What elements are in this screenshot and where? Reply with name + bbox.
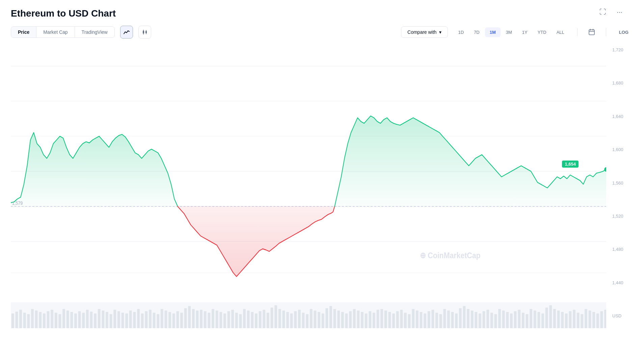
time-btn-ytd[interactable]: YTD <box>533 27 551 37</box>
svg-rect-160 <box>565 313 568 328</box>
svg-rect-87 <box>278 309 281 328</box>
svg-rect-67 <box>200 310 203 328</box>
compare-with-button[interactable]: Compare with ▾ <box>401 26 448 38</box>
svg-rect-40 <box>94 313 97 328</box>
svg-rect-37 <box>82 313 85 328</box>
svg-rect-60 <box>172 313 175 328</box>
svg-rect-108 <box>361 312 364 328</box>
fullscreen-button[interactable]: ⛶ <box>599 8 606 16</box>
svg-rect-71 <box>216 311 218 328</box>
svg-rect-45 <box>113 310 116 328</box>
chevron-down-icon: ▾ <box>439 29 441 35</box>
time-btn-3m[interactable]: 3M <box>501 27 517 37</box>
svg-rect-100 <box>329 306 332 329</box>
svg-rect-33 <box>66 311 69 328</box>
svg-rect-114 <box>384 311 387 328</box>
time-btn-1y[interactable]: 1Y <box>517 27 532 37</box>
y-label-1600: 1,600 <box>610 147 633 152</box>
svg-rect-27 <box>43 313 46 328</box>
svg-rect-120 <box>408 314 411 329</box>
svg-rect-128 <box>439 314 442 329</box>
svg-rect-85 <box>271 308 273 328</box>
watermark-text: ⊕ CoinMarketCap <box>420 250 481 260</box>
log-button[interactable]: LOG <box>614 27 633 37</box>
svg-rect-138 <box>479 313 481 328</box>
x-label-mar: Mar <box>567 331 574 332</box>
svg-rect-91 <box>294 311 297 328</box>
svg-rect-137 <box>475 312 477 328</box>
x-label-13: 13 <box>233 331 238 332</box>
svg-rect-53 <box>145 311 147 328</box>
compare-with-label: Compare with <box>407 29 436 35</box>
svg-rect-115 <box>388 312 391 328</box>
time-btn-1m[interactable]: 1M <box>485 27 501 37</box>
svg-rect-86 <box>274 305 277 328</box>
svg-rect-136 <box>471 311 474 328</box>
time-btn-7d[interactable]: 7D <box>469 27 484 37</box>
svg-rect-55 <box>153 313 156 328</box>
line-chart-button[interactable] <box>120 26 133 39</box>
tab-marketcap[interactable]: Market Cap <box>36 27 75 38</box>
more-options-button[interactable]: ··· <box>617 8 622 16</box>
svg-rect-74 <box>227 311 230 328</box>
svg-rect-48 <box>125 313 128 328</box>
svg-rect-3 <box>145 31 147 33</box>
svg-rect-139 <box>483 311 485 328</box>
svg-rect-119 <box>404 313 407 328</box>
svg-rect-94 <box>306 314 308 329</box>
svg-rect-32 <box>62 309 65 328</box>
svg-rect-166 <box>589 311 591 328</box>
svg-rect-125 <box>428 311 430 328</box>
svg-rect-29 <box>51 310 53 328</box>
svg-rect-112 <box>377 310 379 328</box>
time-btn-1d[interactable]: 1D <box>453 27 468 37</box>
y-label-1640: 1,640 <box>610 114 633 119</box>
svg-rect-81 <box>255 313 258 328</box>
svg-rect-21 <box>19 310 22 328</box>
calendar-icon <box>588 29 595 35</box>
tab-price[interactable]: Price <box>11 27 36 38</box>
chart-area: 1,579 <box>11 44 606 332</box>
svg-rect-38 <box>86 310 89 328</box>
svg-rect-107 <box>357 311 359 328</box>
calendar-button[interactable] <box>586 27 598 37</box>
y-label-1560: 1,560 <box>610 180 633 186</box>
svg-rect-47 <box>122 313 124 328</box>
toolbar-divider <box>577 28 578 36</box>
svg-rect-121 <box>412 309 414 328</box>
candle-chart-button[interactable] <box>138 26 151 39</box>
chart-type-tabs: Price Market Cap TradingView <box>11 26 115 38</box>
svg-rect-134 <box>463 306 465 329</box>
svg-rect-24 <box>31 309 34 328</box>
svg-rect-84 <box>267 313 269 328</box>
svg-rect-155 <box>545 308 548 328</box>
svg-rect-144 <box>502 311 505 328</box>
svg-rect-133 <box>459 308 462 328</box>
svg-rect-103 <box>341 312 344 328</box>
svg-rect-64 <box>188 306 191 329</box>
time-btn-all[interactable]: ALL <box>552 27 569 37</box>
svg-rect-44 <box>110 314 112 329</box>
svg-rect-157 <box>553 309 556 328</box>
svg-rect-36 <box>78 311 81 328</box>
svg-rect-31 <box>59 314 61 329</box>
svg-rect-90 <box>290 313 293 328</box>
svg-rect-6 <box>589 30 594 35</box>
svg-rect-130 <box>447 311 450 328</box>
x-label-22: 22 <box>400 331 405 332</box>
svg-rect-109 <box>365 313 368 328</box>
svg-rect-152 <box>534 311 536 328</box>
svg-rect-118 <box>400 310 403 328</box>
svg-rect-99 <box>325 308 328 328</box>
svg-rect-39 <box>90 312 93 328</box>
svg-rect-22 <box>23 313 26 328</box>
svg-rect-62 <box>180 313 183 328</box>
svg-rect-93 <box>302 313 305 328</box>
svg-rect-104 <box>345 313 348 328</box>
svg-rect-110 <box>369 311 371 328</box>
tab-tradingview[interactable]: TradingView <box>75 27 114 38</box>
svg-rect-149 <box>522 313 525 328</box>
x-label-4: 4 <box>66 331 69 332</box>
svg-rect-132 <box>455 313 458 328</box>
svg-rect-77 <box>239 314 242 329</box>
